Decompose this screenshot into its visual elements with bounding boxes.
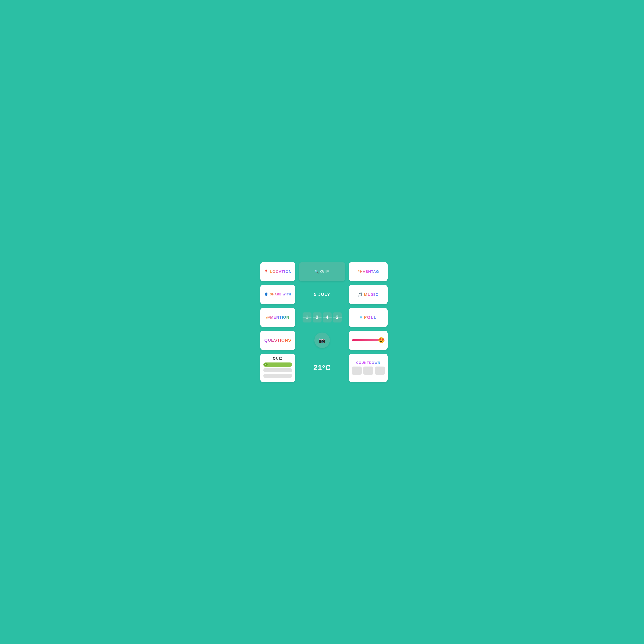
gif-label: GIF [320,269,330,274]
poll-icon: ≡ [360,315,363,320]
camera-sticker[interactable]: 📷 [314,333,330,348]
hashtag-label: #HASHTAG [358,270,379,274]
main-canvas: 📍 LOCATION 🔍 GIF #HASHTAG 👤 SHARE WITH 5… [254,254,390,390]
search-icon: 🔍 [315,270,319,274]
music-icon: 🎵 [358,292,363,297]
temperature-sticker: 21ºC [299,354,345,382]
quiz-sticker[interactable]: QUIZ ✓ [260,354,295,382]
countdown-tile-3 [375,367,385,375]
temperature-label: 21ºC [313,364,331,372]
music-sticker[interactable]: 🎵 MUSIC [349,285,388,304]
questions-label: QUESTIONS [264,338,291,343]
hashtag-sticker[interactable]: #HASHTAG [349,262,388,281]
emoji-icon: 😍 [378,338,385,343]
location-icon: 📍 [264,269,269,274]
slider-track[interactable]: 😍 [352,339,385,341]
countdown-tile-2 [363,367,373,375]
flip-tile-1: 1 [303,312,311,322]
flip-tile-2: 2 [313,312,322,322]
music-label: MUSIC [364,292,379,297]
quiz-check-icon: ✓ [264,363,268,366]
quiz-title: QUIZ [263,356,292,361]
sharewith-label: SHARE WITH [270,293,291,296]
countdown-tiles [352,367,385,375]
sharewith-sticker[interactable]: 👤 SHARE WITH [260,285,295,304]
quiz-option-2[interactable] [263,368,292,372]
date-label: 5 JULY [314,292,330,297]
questions-sticker[interactable]: QUESTIONS [260,331,295,350]
person-icon: 👤 [264,292,269,297]
location-sticker[interactable]: 📍 LOCATION [260,262,295,281]
gif-sticker[interactable]: 🔍 GIF [299,262,345,281]
countdown-title: COUNTDOWN [356,361,381,365]
flip-tile-4: 3 [333,312,342,322]
mention-label: @MENTION [266,315,289,320]
mention-sticker[interactable]: @MENTION [260,308,295,327]
quiz-option-1[interactable]: ✓ [263,362,292,367]
emoji-slider-sticker[interactable]: 😍 [349,331,388,350]
countdown-tile-1 [352,367,362,375]
location-label: LOCATION [270,270,292,274]
counter-tiles: 1 2 4 3 [303,312,342,322]
poll-sticker[interactable]: ≡ POLL [349,308,388,327]
date-sticker: 5 JULY [299,285,345,304]
camera-icon: 📷 [319,337,326,344]
poll-label: POLL [364,315,377,320]
quiz-option-3[interactable] [263,374,292,378]
flip-tile-3: 4 [323,312,332,322]
countdown-sticker[interactable]: COUNTDOWN [349,354,388,382]
counter-sticker: 1 2 4 3 [299,308,345,327]
